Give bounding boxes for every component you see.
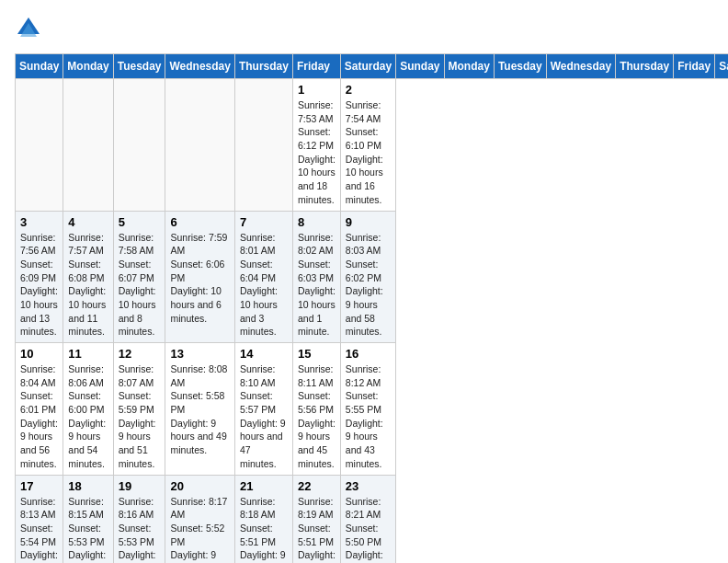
day-info: Sunrise: 7:58 AM Sunset: 6:07 PM Dayligh… bbox=[119, 231, 161, 339]
day-info: Sunrise: 8:02 AM Sunset: 6:03 PM Dayligh… bbox=[298, 231, 336, 339]
day-info: Sunrise: 8:17 AM Sunset: 5:52 PM Dayligh… bbox=[170, 495, 229, 564]
calendar-cell: 18Sunrise: 8:15 AM Sunset: 5:53 PM Dayli… bbox=[63, 475, 113, 563]
calendar-cell: 15Sunrise: 8:11 AM Sunset: 5:56 PM Dayli… bbox=[292, 343, 340, 476]
day-number: 19 bbox=[119, 479, 161, 493]
day-info: Sunrise: 8:04 AM Sunset: 6:01 PM Dayligh… bbox=[20, 362, 58, 471]
day-number: 11 bbox=[68, 347, 108, 361]
calendar-cell: 13Sunrise: 8:08 AM Sunset: 5:58 PM Dayli… bbox=[165, 343, 234, 476]
calendar-cell: 2Sunrise: 7:54 AM Sunset: 6:10 PM Daylig… bbox=[340, 79, 395, 212]
column-header-sunday: Sunday bbox=[396, 54, 444, 79]
column-header-friday: Friday bbox=[674, 54, 715, 79]
day-number: 13 bbox=[170, 347, 229, 361]
calendar-cell: 14Sunrise: 8:10 AM Sunset: 5:57 PM Dayli… bbox=[234, 343, 292, 476]
calendar-week-row: 10Sunrise: 8:04 AM Sunset: 6:01 PM Dayli… bbox=[16, 343, 729, 476]
calendar-table: SundayMondayTuesdayWednesdayThursdayFrid… bbox=[15, 53, 728, 563]
calendar-week-row: 3Sunrise: 7:56 AM Sunset: 6:09 PM Daylig… bbox=[16, 211, 729, 343]
day-number: 22 bbox=[298, 479, 336, 493]
column-header-sunday: Sunday bbox=[16, 54, 63, 79]
day-info: Sunrise: 7:59 AM Sunset: 6:06 PM Dayligh… bbox=[170, 231, 229, 326]
calendar-header-row: SundayMondayTuesdayWednesdayThursdayFrid… bbox=[16, 54, 729, 79]
calendar-cell: 6Sunrise: 7:59 AM Sunset: 6:06 PM Daylig… bbox=[165, 211, 234, 343]
day-number: 16 bbox=[346, 347, 391, 361]
column-header-tuesday: Tuesday bbox=[113, 54, 165, 79]
day-number: 14 bbox=[240, 347, 288, 361]
calendar-cell: 4Sunrise: 7:57 AM Sunset: 6:08 PM Daylig… bbox=[63, 211, 113, 343]
day-number: 23 bbox=[346, 479, 391, 493]
day-number: 2 bbox=[346, 83, 391, 97]
calendar-cell: 19Sunrise: 8:16 AM Sunset: 5:53 PM Dayli… bbox=[113, 475, 165, 563]
day-info: Sunrise: 8:18 AM Sunset: 5:51 PM Dayligh… bbox=[240, 495, 288, 564]
calendar-cell: 12Sunrise: 8:07 AM Sunset: 5:59 PM Dayli… bbox=[113, 343, 165, 476]
day-info: Sunrise: 8:13 AM Sunset: 5:54 PM Dayligh… bbox=[20, 495, 58, 564]
calendar-cell: 8Sunrise: 8:02 AM Sunset: 6:03 PM Daylig… bbox=[292, 211, 340, 343]
day-number: 7 bbox=[240, 215, 288, 229]
day-number: 1 bbox=[298, 83, 336, 97]
calendar-cell: 9Sunrise: 8:03 AM Sunset: 6:02 PM Daylig… bbox=[340, 211, 395, 343]
calendar-cell: 16Sunrise: 8:12 AM Sunset: 5:55 PM Dayli… bbox=[340, 343, 395, 476]
calendar-week-row: 1Sunrise: 7:53 AM Sunset: 6:12 PM Daylig… bbox=[16, 79, 729, 212]
calendar-cell bbox=[165, 79, 234, 212]
calendar-cell: 5Sunrise: 7:58 AM Sunset: 6:07 PM Daylig… bbox=[113, 211, 165, 343]
column-header-monday: Monday bbox=[63, 54, 113, 79]
day-number: 15 bbox=[298, 347, 336, 361]
column-header-tuesday: Tuesday bbox=[494, 54, 546, 79]
calendar-cell bbox=[63, 79, 113, 212]
day-info: Sunrise: 7:57 AM Sunset: 6:08 PM Dayligh… bbox=[68, 231, 108, 339]
column-header-saturday: Saturday bbox=[340, 54, 395, 79]
calendar-cell: 7Sunrise: 8:01 AM Sunset: 6:04 PM Daylig… bbox=[234, 211, 292, 343]
calendar-cell: 10Sunrise: 8:04 AM Sunset: 6:01 PM Dayli… bbox=[16, 343, 63, 476]
day-info: Sunrise: 8:08 AM Sunset: 5:58 PM Dayligh… bbox=[170, 362, 229, 457]
day-info: Sunrise: 8:10 AM Sunset: 5:57 PM Dayligh… bbox=[240, 362, 288, 471]
calendar-cell bbox=[16, 79, 63, 212]
day-number: 20 bbox=[170, 479, 229, 493]
day-info: Sunrise: 7:53 AM Sunset: 6:12 PM Dayligh… bbox=[298, 98, 336, 207]
calendar-cell: 23Sunrise: 8:21 AM Sunset: 5:50 PM Dayli… bbox=[340, 475, 395, 563]
column-header-monday: Monday bbox=[444, 54, 494, 79]
calendar-cell: 22Sunrise: 8:19 AM Sunset: 5:51 PM Dayli… bbox=[292, 475, 340, 563]
day-info: Sunrise: 8:11 AM Sunset: 5:56 PM Dayligh… bbox=[298, 362, 336, 471]
day-info: Sunrise: 7:54 AM Sunset: 6:10 PM Dayligh… bbox=[346, 98, 391, 207]
day-info: Sunrise: 8:01 AM Sunset: 6:04 PM Dayligh… bbox=[240, 231, 288, 339]
calendar-cell: 3Sunrise: 7:56 AM Sunset: 6:09 PM Daylig… bbox=[16, 211, 63, 343]
column-header-wednesday: Wednesday bbox=[165, 54, 234, 79]
column-header-wednesday: Wednesday bbox=[546, 54, 615, 79]
page-header bbox=[15, 15, 713, 42]
day-number: 5 bbox=[119, 215, 161, 229]
column-header-saturday: Saturday bbox=[715, 54, 728, 79]
day-info: Sunrise: 8:15 AM Sunset: 5:53 PM Dayligh… bbox=[68, 495, 108, 564]
day-number: 21 bbox=[240, 479, 288, 493]
day-info: Sunrise: 7:56 AM Sunset: 6:09 PM Dayligh… bbox=[20, 231, 58, 339]
day-number: 4 bbox=[68, 215, 108, 229]
calendar-cell: 1Sunrise: 7:53 AM Sunset: 6:12 PM Daylig… bbox=[292, 79, 340, 212]
day-info: Sunrise: 8:21 AM Sunset: 5:50 PM Dayligh… bbox=[346, 495, 391, 564]
day-number: 8 bbox=[298, 215, 336, 229]
column-header-thursday: Thursday bbox=[616, 54, 674, 79]
day-number: 9 bbox=[346, 215, 391, 229]
day-number: 18 bbox=[68, 479, 108, 493]
column-header-friday: Friday bbox=[292, 54, 340, 79]
calendar-cell bbox=[234, 79, 292, 212]
day-info: Sunrise: 8:06 AM Sunset: 6:00 PM Dayligh… bbox=[68, 362, 108, 471]
day-info: Sunrise: 8:07 AM Sunset: 5:59 PM Dayligh… bbox=[119, 362, 161, 471]
day-number: 10 bbox=[20, 347, 58, 361]
calendar-cell bbox=[113, 79, 165, 212]
calendar-cell: 21Sunrise: 8:18 AM Sunset: 5:51 PM Dayli… bbox=[234, 475, 292, 563]
logo bbox=[15, 15, 46, 42]
logo-icon bbox=[15, 15, 42, 42]
column-header-thursday: Thursday bbox=[234, 54, 292, 79]
day-number: 6 bbox=[170, 215, 229, 229]
day-info: Sunrise: 8:16 AM Sunset: 5:53 PM Dayligh… bbox=[119, 495, 161, 564]
calendar-cell: 20Sunrise: 8:17 AM Sunset: 5:52 PM Dayli… bbox=[165, 475, 234, 563]
day-info: Sunrise: 8:03 AM Sunset: 6:02 PM Dayligh… bbox=[346, 231, 391, 339]
calendar-cell: 11Sunrise: 8:06 AM Sunset: 6:00 PM Dayli… bbox=[63, 343, 113, 476]
day-number: 12 bbox=[119, 347, 161, 361]
day-number: 17 bbox=[20, 479, 58, 493]
day-info: Sunrise: 8:19 AM Sunset: 5:51 PM Dayligh… bbox=[298, 495, 336, 564]
calendar-cell: 17Sunrise: 8:13 AM Sunset: 5:54 PM Dayli… bbox=[16, 475, 63, 563]
day-info: Sunrise: 8:12 AM Sunset: 5:55 PM Dayligh… bbox=[346, 362, 391, 471]
calendar-week-row: 17Sunrise: 8:13 AM Sunset: 5:54 PM Dayli… bbox=[16, 475, 729, 563]
day-number: 3 bbox=[20, 215, 58, 229]
